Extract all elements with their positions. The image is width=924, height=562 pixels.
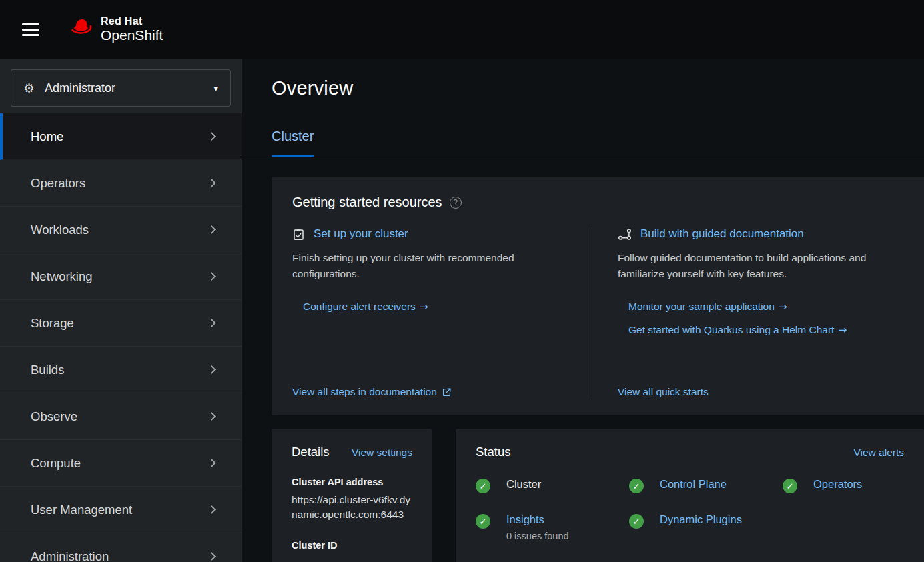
setup-cluster-column: Set up your cluster Finish setting up yo… (292, 227, 592, 398)
check-circle-icon: ✓ (476, 479, 490, 493)
route-branch-icon (618, 228, 632, 241)
chevron-right-icon (207, 179, 216, 187)
configure-alert-receivers-link[interactable]: Configure alert receivers→ (303, 301, 564, 313)
chevron-down-icon: ▾ (213, 83, 218, 93)
monitor-sample-application-link[interactable]: Monitor your sample application→ (628, 301, 924, 313)
sidebar-item-label: Operators (31, 176, 85, 191)
details-title: Details (292, 445, 330, 459)
view-all-steps-link[interactable]: View all steps in documentation (292, 386, 564, 398)
sidebar-item-builds[interactable]: Builds (0, 347, 242, 393)
check-circle-icon: ✓ (476, 514, 490, 529)
sidebar-item-label: Home (31, 129, 63, 144)
sidebar-item-user-management[interactable]: User Management (0, 487, 242, 533)
sidebar-item-administration[interactable]: Administration (0, 533, 242, 562)
link-label: Get started with Quarkus using a Helm Ch… (628, 324, 834, 335)
sidebar-item-label: Workloads (31, 223, 89, 237)
cluster-api-address-label: Cluster API address (292, 477, 412, 487)
details-card: Details View settings Cluster API addres… (272, 429, 432, 562)
sidebar-item-label: Administration (31, 549, 109, 562)
redhat-openshift-logo[interactable]: Red Hat OpenShift (70, 15, 163, 43)
link-label: Configure alert receivers (303, 301, 416, 312)
build-guided-documentation-link[interactable]: Build with guided documentation (640, 227, 804, 241)
status-title: Status (476, 445, 510, 459)
getting-started-card: Getting started resources ? Set up your (272, 177, 924, 415)
sidebar-item-compute[interactable]: Compute (0, 440, 242, 487)
arrow-right-icon: → (420, 301, 428, 313)
status-link-dynamic-plugins[interactable]: Dynamic Plugins (660, 513, 742, 526)
arrow-right-icon: → (779, 301, 787, 313)
status-link-operators[interactable]: Operators (813, 478, 862, 491)
status-card: Status View alerts ✓ Cluster ✓ Control P… (456, 429, 924, 562)
sidebar-item-operators[interactable]: Operators (0, 160, 242, 207)
sidebar-item-home[interactable]: Home (0, 113, 242, 160)
chevron-right-icon (207, 225, 216, 234)
view-all-quick-starts-link[interactable]: View all quick starts (618, 386, 924, 398)
chevron-right-icon (207, 132, 216, 141)
main-content: Overview Cluster Getting started resourc… (242, 59, 924, 562)
help-question-icon[interactable]: ? (450, 197, 462, 209)
perspective-label: Administrator (45, 81, 115, 95)
status-link-control-plane[interactable]: Control Plane (660, 478, 727, 491)
status-item-cluster: ✓ Cluster (476, 478, 629, 493)
sidebar-item-label: Builds (31, 363, 64, 377)
perspective-switcher[interactable]: ⚙ Administrator ▾ (11, 69, 231, 107)
chevron-right-icon (207, 319, 216, 327)
gear-icon: ⚙ (23, 82, 35, 95)
clipboard-check-icon (292, 228, 305, 241)
quarkus-helm-chart-link[interactable]: Get started with Quarkus using a Helm Ch… (628, 324, 924, 336)
sidebar-item-storage[interactable]: Storage (0, 300, 242, 347)
check-circle-icon: ✓ (629, 514, 644, 529)
setup-cluster-description: Finish setting up your cluster with reco… (292, 250, 564, 282)
chevron-right-icon (207, 505, 216, 514)
brand-line-1: Red Hat (101, 15, 163, 27)
cluster-id-label: Cluster ID (292, 540, 412, 551)
status-link-insights[interactable]: Insights (506, 513, 544, 525)
sidebar-item-networking[interactable]: Networking (0, 253, 242, 300)
sidebar-item-label: Networking (31, 269, 93, 284)
link-label: View all steps in documentation (292, 386, 437, 398)
view-alerts-link[interactable]: View alerts (853, 447, 904, 459)
masthead: Red Hat OpenShift (0, 0, 924, 59)
cluster-api-address-value[interactable]: https://api.cluster-v6fkv.dynamic.opentl… (292, 493, 412, 523)
arrow-right-icon: → (838, 324, 847, 336)
chevron-right-icon (207, 552, 216, 561)
nav-toggle-hamburger-icon[interactable] (22, 20, 39, 39)
insights-issues-count: 0 issues found (506, 531, 569, 541)
status-item-dynamic-plugins: ✓ Dynamic Plugins (629, 513, 783, 541)
sidebar-item-label: User Management (31, 503, 132, 517)
status-grid: ✓ Cluster ✓ Control Plane ✓ Operators ✓ (476, 478, 904, 541)
sidebar-nav: ⚙ Administrator ▾ Home Operators Workloa… (0, 59, 242, 562)
status-item-operators: ✓ Operators (783, 478, 924, 493)
link-label: Monitor your sample application (628, 301, 775, 312)
status-item-insights: ✓ Insights 0 issues found (476, 513, 629, 541)
status-item-control-plane: ✓ Control Plane (629, 478, 783, 493)
check-circle-icon: ✓ (783, 479, 797, 493)
status-label-cluster: Cluster (506, 478, 541, 491)
sidebar-item-workloads[interactable]: Workloads (0, 207, 242, 253)
chevron-right-icon (207, 412, 216, 421)
link-label: View all quick starts (618, 386, 709, 398)
brand-line-2: OpenShift (101, 27, 163, 43)
brand-text: Red Hat OpenShift (101, 15, 163, 43)
chevron-right-icon (207, 272, 216, 281)
check-circle-icon: ✓ (629, 479, 644, 493)
sidebar-item-label: Observe (31, 409, 77, 424)
view-settings-link[interactable]: View settings (352, 447, 412, 459)
page-title: Overview (272, 77, 894, 99)
tab-bar: Cluster (242, 129, 924, 157)
getting-started-title: Getting started resources (292, 195, 442, 210)
setup-cluster-link[interactable]: Set up your cluster (314, 227, 408, 241)
external-link-icon (442, 388, 451, 397)
red-hat-fedora-icon (70, 17, 95, 38)
guided-documentation-column: Build with guided documentation Follow g… (592, 227, 924, 398)
guided-documentation-description: Follow guided documentation to build app… (618, 250, 898, 282)
tab-cluster[interactable]: Cluster (272, 129, 314, 157)
sidebar-item-label: Storage (31, 316, 74, 331)
chevron-right-icon (207, 365, 216, 374)
sidebar-item-label: Compute (31, 456, 81, 471)
chevron-right-icon (207, 459, 216, 467)
sidebar-item-observe[interactable]: Observe (0, 393, 242, 440)
